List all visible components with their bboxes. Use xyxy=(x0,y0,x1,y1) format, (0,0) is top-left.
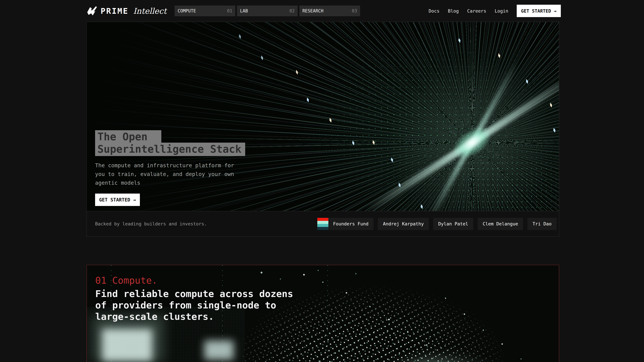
compute-section-kicker: 01 Compute. xyxy=(95,275,293,286)
investor-name: Clem Delangue xyxy=(483,221,518,226)
compute-heading-line: Find reliable compute across dozens xyxy=(95,288,293,300)
investor-badge-dylan-patel[interactable]: Dylan Patel xyxy=(433,218,473,230)
hero-title-line2: Superintelligence Stack xyxy=(95,143,245,156)
backed-label: Backed by leading builders and investors… xyxy=(95,221,207,226)
compute-content: 01 Compute. Find reliable compute across… xyxy=(95,275,293,322)
hero-title-line1: The Open xyxy=(95,130,161,144)
tab-lab-number: 02 xyxy=(290,8,295,13)
compute-heading-line: of providers from single-node to xyxy=(95,300,293,311)
investor-badge-tri-dao[interactable]: Tri Dao xyxy=(528,218,556,230)
investor-name: Dylan Patel xyxy=(438,221,468,226)
brand-logo[interactable]: PRIME Intellect xyxy=(86,6,166,16)
compute-section-title: Compute. xyxy=(112,275,158,286)
investor-name: Founders Fund xyxy=(333,221,368,226)
top-nav: PRIME Intellect COMPUTE 01 LAB 02 RESEAR… xyxy=(0,0,644,22)
compute-heading: Find reliable compute across dozens of p… xyxy=(95,288,293,322)
investor-name: Tri Dao xyxy=(532,221,552,226)
compute-heading-line: large-scale clusters. xyxy=(95,311,293,322)
brand-name-intellect: Intellect xyxy=(133,6,166,15)
nav-link-blog[interactable]: Blog xyxy=(448,8,459,13)
hero-subtitle-line: agentic models xyxy=(95,178,245,187)
butterfly-logo-icon xyxy=(86,6,98,16)
compute-section: 01 Compute. Find reliable compute across… xyxy=(86,265,559,362)
investor-badges: Founders Fund Andrej Karpathy Dylan Pate… xyxy=(317,218,556,230)
hero-title: The Open Superintelligence Stack xyxy=(95,130,245,156)
hero-subtitle-line: you to train, evaluate, and deploy your … xyxy=(95,170,245,178)
brand-name-prime: PRIME xyxy=(100,6,128,15)
investor-name: Andrej Karpathy xyxy=(383,221,424,226)
hero-section: The Open Superintelligence Stack The com… xyxy=(86,22,559,237)
founders-fund-flag-icon xyxy=(317,218,328,230)
nav-link-docs[interactable]: Docs xyxy=(429,8,440,13)
get-started-button-hero[interactable]: GET STARTED → xyxy=(95,194,140,206)
server-rack-blur xyxy=(204,341,234,360)
tab-compute[interactable]: COMPUTE 01 xyxy=(174,5,235,16)
get-started-button-nav[interactable]: GET STARTED → xyxy=(517,5,561,17)
hero-subtitle: The compute and infrastructure platform … xyxy=(95,161,245,187)
investor-badge-founders-fund[interactable]: Founders Fund xyxy=(317,218,374,230)
tab-research-label: RESEARCH xyxy=(302,8,323,13)
compute-section-index: 01 xyxy=(95,275,106,286)
tab-compute-label: COMPUTE xyxy=(178,8,196,13)
nav-link-login[interactable]: Login xyxy=(494,8,508,13)
investor-badge-andrej-karpathy[interactable]: Andrej Karpathy xyxy=(378,218,429,230)
nav-link-careers[interactable]: Careers xyxy=(467,8,486,13)
tab-research[interactable]: RESEARCH 03 xyxy=(299,5,360,16)
section-tabs: COMPUTE 01 LAB 02 RESEARCH 03 xyxy=(174,5,360,16)
nav-links: Docs Blog Careers Login GET STARTED → xyxy=(429,5,561,17)
tab-lab-label: LAB xyxy=(240,8,248,13)
hero-visual: The Open Superintelligence Stack The com… xyxy=(87,22,559,211)
backed-strip: Backed by leading builders and investors… xyxy=(87,211,559,237)
tab-research-number: 03 xyxy=(352,8,357,13)
hero-content: The Open Superintelligence Stack The com… xyxy=(95,130,245,206)
server-rack-blur xyxy=(102,329,152,362)
tab-lab[interactable]: LAB 02 xyxy=(237,5,298,16)
hero-subtitle-line: The compute and infrastructure platform … xyxy=(95,161,245,170)
tab-compute-number: 01 xyxy=(227,8,232,13)
investor-badge-clem-delangue[interactable]: Clem Delangue xyxy=(478,218,523,230)
